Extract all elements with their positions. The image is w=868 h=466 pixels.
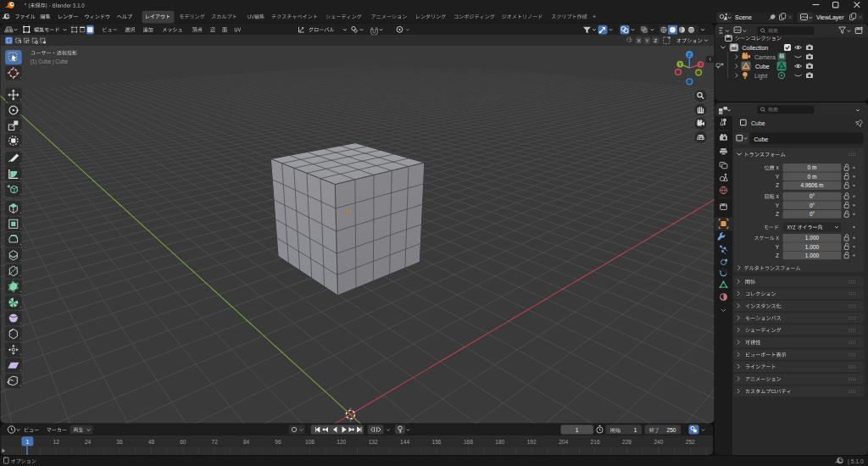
svg-text:252: 252: [686, 439, 695, 445]
svg-text:ViewLayer: ViewLayer: [816, 14, 844, 21]
svg-text:240: 240: [654, 439, 663, 445]
svg-text:Y: Y: [776, 202, 780, 208]
svg-text:Cube: Cube: [754, 136, 769, 142]
svg-text:0°: 0°: [810, 211, 815, 217]
svg-text:144: 144: [400, 439, 409, 445]
svg-text:1: 1: [576, 427, 579, 433]
svg-text:96: 96: [275, 439, 281, 445]
svg-text:60: 60: [180, 439, 186, 445]
svg-text:250: 250: [667, 427, 676, 433]
svg-text:156: 156: [431, 439, 441, 445]
svg-text:0°: 0°: [810, 193, 815, 199]
svg-text:84: 84: [243, 439, 250, 445]
svg-text:0 m: 0 m: [808, 174, 817, 180]
svg-text:Light: Light: [754, 73, 767, 80]
svg-text:1.000: 1.000: [805, 235, 820, 241]
svg-text:Y: Y: [776, 244, 780, 250]
svg-text:48: 48: [148, 439, 155, 445]
svg-text:12: 12: [53, 439, 60, 445]
svg-text:216: 216: [591, 439, 600, 445]
svg-text:Cube: Cube: [755, 64, 770, 69]
svg-text:Z: Z: [776, 252, 779, 258]
svg-text:X: X: [699, 62, 703, 67]
svg-text:+: +: [593, 13, 597, 20]
svg-text:Y: Y: [645, 37, 648, 43]
svg-text:Camera: Camera: [754, 54, 776, 60]
svg-text:180: 180: [495, 439, 504, 445]
svg-text:72: 72: [212, 439, 219, 445]
svg-text:Cube: Cube: [751, 120, 765, 126]
svg-text:1: 1: [26, 439, 30, 445]
svg-text:Z: Z: [688, 53, 692, 58]
svg-text:132: 132: [369, 439, 378, 445]
svg-text:Collection: Collection: [743, 45, 769, 51]
svg-text:Z: Z: [776, 211, 779, 217]
svg-text:204: 204: [559, 439, 568, 445]
svg-text:X: X: [637, 37, 640, 43]
svg-text:1.000: 1.000: [805, 252, 820, 258]
svg-text:24: 24: [85, 439, 92, 445]
svg-text:108: 108: [305, 439, 314, 445]
svg-text:Scene: Scene: [735, 14, 752, 20]
svg-text:Z: Z: [776, 182, 779, 188]
svg-text:Y: Y: [776, 174, 780, 180]
svg-text:4.9606 m: 4.9606 m: [800, 182, 823, 188]
svg-text:Z: Z: [654, 37, 657, 43]
svg-text:168: 168: [464, 439, 473, 445]
svg-text:| 5.1.0: | 5.1.0: [848, 458, 864, 465]
svg-text:1: 1: [634, 427, 637, 433]
svg-text:0°: 0°: [810, 202, 815, 208]
svg-text:192: 192: [527, 439, 537, 445]
svg-text:36: 36: [116, 439, 123, 445]
svg-text:Y: Y: [678, 62, 682, 67]
svg-text:120: 120: [337, 439, 346, 445]
svg-text:0 m: 0 m: [808, 164, 817, 170]
svg-text:(1) Cube | Cube: (1) Cube | Cube: [31, 58, 69, 65]
svg-text:228: 228: [622, 439, 632, 445]
svg-text:1.000: 1.000: [805, 244, 820, 250]
